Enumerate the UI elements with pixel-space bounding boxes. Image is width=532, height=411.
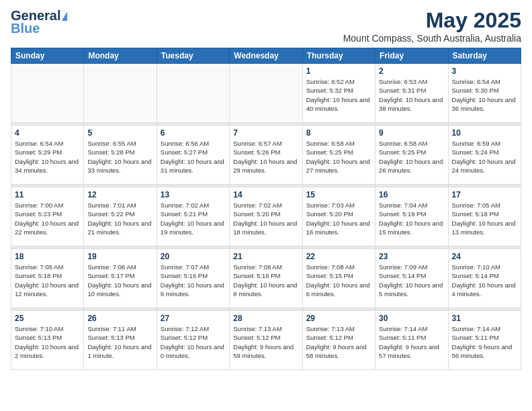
daylight-label: Daylight: 10 hours and 5 minutes. [379,281,443,298]
daylight-label: Daylight: 10 hours and 16 minutes. [306,220,370,236]
location-subtitle: Mount Compass, South Australia, Australi… [343,33,521,44]
day-number: 11 [15,190,80,199]
day-number: 6 [161,128,226,138]
table-row [230,64,302,123]
table-row: 14 Sunrise: 7:02 AM Sunset: 5:20 PM Dayl… [230,187,302,246]
sunset-label: Sunset: 5:20 PM [233,210,280,218]
calendar-table: Sunday Monday Tuesday Wednesday Thursday… [11,48,521,370]
col-saturday: Saturday [448,48,521,64]
table-row: 11 Sunrise: 7:00 AM Sunset: 5:23 PM Dayl… [11,187,84,246]
day-number: 31 [452,314,517,323]
daylight-label: Daylight: 10 hours and 36 minutes. [452,96,516,112]
sunrise-label: Sunrise: 7:06 AM [87,263,136,271]
table-row: 16 Sunrise: 7:04 AM Sunset: 5:19 PM Dayl… [375,187,448,246]
sunrise-label: Sunrise: 7:14 AM [379,325,427,332]
table-row: 29 Sunrise: 7:13 AM Sunset: 5:12 PM Dayl… [302,311,375,370]
sunrise-label: Sunrise: 7:08 AM [233,263,281,271]
sunrise-label: Sunrise: 6:55 AM [87,140,136,147]
sunrise-label: Sunrise: 6:58 AM [306,140,355,147]
sunset-label: Sunset: 5:11 PM [379,334,426,341]
daylight-label: Daylight: 10 hours and 2 minutes. [15,343,79,359]
table-row: 27 Sunrise: 7:12 AM Sunset: 5:12 PM Dayl… [157,311,229,370]
daylight-label: Daylight: 9 hours and 56 minutes. [452,343,513,359]
daylight-label: Daylight: 10 hours and 18 minutes. [233,220,297,236]
day-number: 15 [306,190,371,199]
day-info: Sunrise: 7:13 AM Sunset: 5:12 PM Dayligh… [306,324,371,360]
day-info: Sunrise: 6:54 AM Sunset: 5:30 PM Dayligh… [452,77,517,113]
daylight-label: Daylight: 10 hours and 21 minutes. [87,220,151,236]
table-row: 31 Sunrise: 7:14 AM Sunset: 5:11 PM Dayl… [448,311,521,370]
daylight-label: Daylight: 10 hours and 33 minutes. [87,158,151,174]
table-row: 12 Sunrise: 7:01 AM Sunset: 5:22 PM Dayl… [84,187,157,246]
day-info: Sunrise: 7:02 AM Sunset: 5:21 PM Dayligh… [161,201,226,236]
daylight-label: Daylight: 10 hours and 34 minutes. [15,158,79,174]
daylight-label: Daylight: 10 hours and 31 minutes. [161,158,224,174]
daylight-label: Daylight: 10 hours and 10 minutes. [87,281,151,298]
sunset-label: Sunset: 5:31 PM [379,87,426,94]
day-number: 1 [306,66,371,76]
day-info: Sunrise: 7:13 AM Sunset: 5:12 PM Dayligh… [233,324,298,360]
daylight-label: Daylight: 10 hours and 6 minutes. [306,281,370,298]
table-row: 4 Sunrise: 6:54 AM Sunset: 5:29 PM Dayli… [11,126,84,185]
day-info: Sunrise: 7:14 AM Sunset: 5:11 PM Dayligh… [379,324,444,360]
day-info: Sunrise: 6:59 AM Sunset: 5:24 PM Dayligh… [452,139,517,175]
table-row: 17 Sunrise: 7:05 AM Sunset: 5:18 PM Dayl… [448,187,521,246]
day-info: Sunrise: 7:04 AM Sunset: 5:19 PM Dayligh… [379,201,444,236]
sunset-label: Sunset: 5:20 PM [306,210,353,218]
daylight-label: Daylight: 10 hours and 8 minutes. [233,281,297,298]
table-row: 2 Sunrise: 6:53 AM Sunset: 5:31 PM Dayli… [375,64,448,123]
daylight-label: Daylight: 9 hours and 58 minutes. [306,343,367,359]
day-info: Sunrise: 7:07 AM Sunset: 5:16 PM Dayligh… [161,263,226,298]
table-row: 28 Sunrise: 7:13 AM Sunset: 5:12 PM Dayl… [230,311,302,370]
day-info: Sunrise: 7:00 AM Sunset: 5:23 PM Dayligh… [15,201,80,236]
day-number: 29 [306,314,371,323]
day-number: 27 [161,314,226,323]
day-number: 21 [233,252,298,261]
day-number: 30 [379,314,444,323]
table-row: 5 Sunrise: 6:55 AM Sunset: 5:28 PM Dayli… [84,126,157,185]
sunrise-label: Sunrise: 7:05 AM [15,263,63,271]
table-row [157,64,229,123]
table-row: 19 Sunrise: 7:06 AM Sunset: 5:17 PM Dayl… [84,249,157,308]
table-row: 30 Sunrise: 7:14 AM Sunset: 5:11 PM Dayl… [375,311,448,370]
sunrise-label: Sunrise: 7:13 AM [233,325,281,332]
daylight-label: Daylight: 10 hours and 19 minutes. [161,220,224,236]
col-friday: Friday [375,48,448,64]
sunrise-label: Sunrise: 7:01 AM [87,201,136,209]
day-info: Sunrise: 6:58 AM Sunset: 5:25 PM Dayligh… [379,139,444,175]
sunset-label: Sunset: 5:23 PM [15,210,62,218]
table-row: 22 Sunrise: 7:08 AM Sunset: 5:15 PM Dayl… [302,249,375,308]
day-number: 14 [233,190,298,199]
sunset-label: Sunset: 5:13 PM [87,334,134,341]
daylight-label: Daylight: 10 hours and 40 minutes. [306,96,370,112]
table-row: 7 Sunrise: 6:57 AM Sunset: 5:26 PM Dayli… [230,126,302,185]
day-number: 20 [161,252,226,261]
sunrise-label: Sunrise: 7:12 AM [161,325,209,332]
table-row: 3 Sunrise: 6:54 AM Sunset: 5:30 PM Dayli… [448,64,521,123]
day-info: Sunrise: 6:56 AM Sunset: 5:27 PM Dayligh… [161,139,226,175]
day-info: Sunrise: 7:10 AM Sunset: 5:13 PM Dayligh… [15,324,80,360]
day-info: Sunrise: 7:10 AM Sunset: 5:14 PM Dayligh… [452,263,517,298]
calendar-week-row: 25 Sunrise: 7:10 AM Sunset: 5:13 PM Dayl… [11,311,521,370]
sunrise-label: Sunrise: 7:11 AM [87,325,136,332]
page: General Blue May 2025 Mount Compass, Sou… [0,0,532,411]
daylight-label: Daylight: 10 hours and 27 minutes. [306,158,370,174]
sunrise-label: Sunrise: 7:00 AM [15,201,63,209]
daylight-label: Daylight: 10 hours and 22 minutes. [15,220,79,236]
sunset-label: Sunset: 5:18 PM [452,210,499,218]
col-wednesday: Wednesday [230,48,302,64]
sunset-label: Sunset: 5:17 PM [87,272,134,279]
sunset-label: Sunset: 5:27 PM [161,148,208,156]
sunrise-label: Sunrise: 7:02 AM [161,201,209,209]
title-block: May 2025 Mount Compass, South Australia,… [343,8,521,44]
day-info: Sunrise: 6:53 AM Sunset: 5:31 PM Dayligh… [379,77,444,113]
table-row: 1 Sunrise: 6:52 AM Sunset: 5:32 PM Dayli… [302,64,375,123]
sunrise-label: Sunrise: 7:09 AM [379,263,427,271]
day-info: Sunrise: 7:01 AM Sunset: 5:22 PM Dayligh… [87,201,152,236]
sunset-label: Sunset: 5:29 PM [15,148,62,156]
day-info: Sunrise: 7:06 AM Sunset: 5:17 PM Dayligh… [87,263,152,298]
table-row: 25 Sunrise: 7:10 AM Sunset: 5:13 PM Dayl… [11,311,84,370]
col-thursday: Thursday [302,48,375,64]
sunrise-label: Sunrise: 6:56 AM [161,140,209,147]
day-number: 28 [233,314,298,323]
